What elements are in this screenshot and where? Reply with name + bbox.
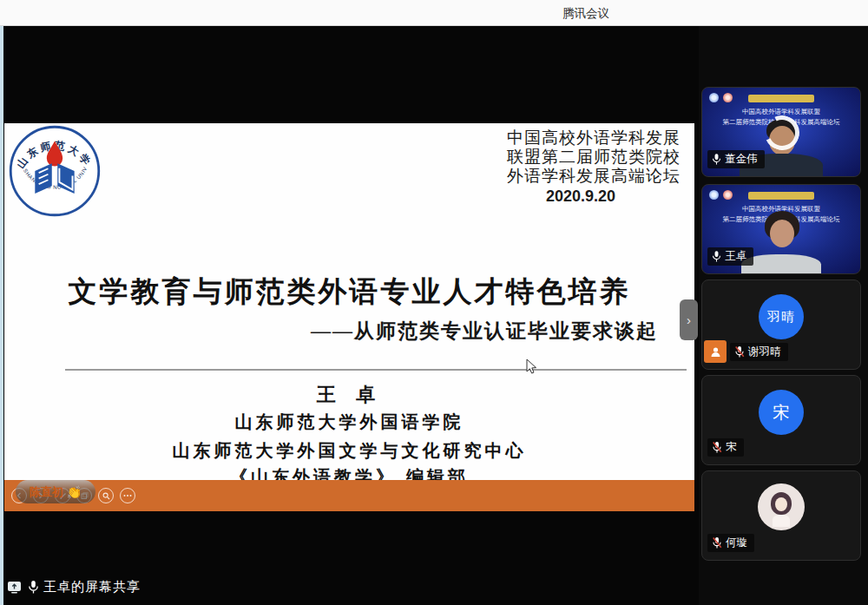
mic-on-icon <box>28 580 39 595</box>
screen-share-icon <box>7 581 23 595</box>
participant-name: 何璇 <box>726 536 747 550</box>
participant-name: 谢羽晴 <box>748 345 781 359</box>
share-label: 王卓的屏幕共享 <box>43 579 141 595</box>
participant-name-pill: 何璇 <box>707 534 754 552</box>
slide-affiliation: 山东师范大学外国文学与文化研究中心 <box>4 439 694 463</box>
reaction-sender: 陈直初 <box>30 484 63 500</box>
participants-sidebar: 中国高校外语学科发展联盟 第二届师范类院校外语学科发展高端论坛 董金伟 中国高校… <box>699 26 868 605</box>
backdrop-caption: 中国高校外语学科发展联盟 <box>702 108 860 115</box>
person-icon <box>709 345 722 358</box>
conference-line: 外语学科发展高端论坛 <box>481 167 681 186</box>
university-logo: 山东师范大学 SHANDONG NORMAL UNIVERSITY <box>8 124 102 218</box>
participant-tile[interactable]: 何璇 <box>701 470 861 561</box>
mic-muted-icon <box>734 345 745 358</box>
slide-subtitle: ——从师范类专业认证毕业要求谈起 <box>311 318 658 345</box>
meeting-window: 腾讯会议 山东师范大学 SHANDONG NORMAL UNIVER <box>0 0 868 605</box>
participant-name: 宋 <box>726 440 737 455</box>
participant-name: 王卓 <box>725 249 746 264</box>
backdrop-banner <box>748 192 814 200</box>
participant-tile[interactable]: 中国高校外语学科发展联盟 第二届师范类院校外语学科发展高端论坛 王卓 <box>701 184 861 274</box>
conference-line: 联盟第二届师范类院校 <box>481 148 681 167</box>
app-title: 腾讯会议 <box>562 6 609 22</box>
conference-date: 2020.9.20 <box>481 187 681 206</box>
participant-tile[interactable]: 宋 宋 <box>701 375 861 465</box>
participant-tile[interactable]: 羽晴 谢羽晴 <box>701 279 861 370</box>
participant-tile[interactable]: 中国高校外语学科发展联盟 第二届师范类院校外语学科发展高端论坛 董金伟 <box>701 87 861 177</box>
more-icon[interactable] <box>120 488 135 503</box>
avatar: 羽晴 <box>759 294 804 339</box>
chevron-right-icon: › <box>687 312 691 327</box>
mouse-cursor <box>526 358 537 378</box>
university-logo-emblem: 山东师范大学 SHANDONG NORMAL UNIVERSITY <box>8 124 102 218</box>
sidebar-expand-handle[interactable]: › <box>680 299 698 340</box>
mic-muted-icon <box>712 441 722 454</box>
conference-logos <box>709 190 733 200</box>
mic-on-icon <box>712 250 721 263</box>
hand-raise-badge <box>704 340 727 363</box>
shared-screen-stage: 山东师范大学 SHANDONG NORMAL UNIVERSITY 中国高校外语… <box>0 26 699 605</box>
reaction-toast: 陈直初 👏 <box>16 480 95 503</box>
avatar: 宋 <box>759 390 804 435</box>
mic-on-icon <box>712 153 721 166</box>
magnifier-icon[interactable] <box>98 488 114 503</box>
participant-name-pill: 董金伟 <box>707 150 765 168</box>
participant-name-pill: 谢羽晴 <box>730 343 788 361</box>
participant-name: 董金伟 <box>725 152 758 167</box>
presentation-slide: 山东师范大学 SHANDONG NORMAL UNIVERSITY 中国高校外语… <box>4 123 694 480</box>
slide-affiliation: 山东师范大学外国语学院 <box>4 411 694 434</box>
mic-muted-icon <box>712 536 722 549</box>
participant-name-pill: 王卓 <box>707 247 753 266</box>
presenter-toolbar <box>4 480 694 511</box>
slide-affiliation: 《山东外语教学》 编辑部 <box>4 465 694 480</box>
conference-logos <box>709 93 733 102</box>
slide-title: 文学教育与师范类外语专业人才特色培养 <box>4 273 694 312</box>
slide-author: 王 卓 <box>4 382 694 408</box>
avatar-photo <box>758 483 805 530</box>
clap-emoji-icon: 👏 <box>67 485 82 499</box>
window-edge-strip <box>0 26 3 605</box>
titlebar: 腾讯会议 <box>0 0 868 26</box>
conference-header: 中国高校外语学科发展 联盟第二届师范类院校 外语学科发展高端论坛 2020.9.… <box>481 128 681 206</box>
participant-name-pill: 宋 <box>707 438 744 457</box>
backdrop-banner <box>748 95 814 102</box>
slide-divider-line <box>65 369 687 371</box>
conference-line: 中国高校外语学科发展 <box>481 128 681 148</box>
screen-share-status: 王卓的屏幕共享 <box>7 579 141 595</box>
